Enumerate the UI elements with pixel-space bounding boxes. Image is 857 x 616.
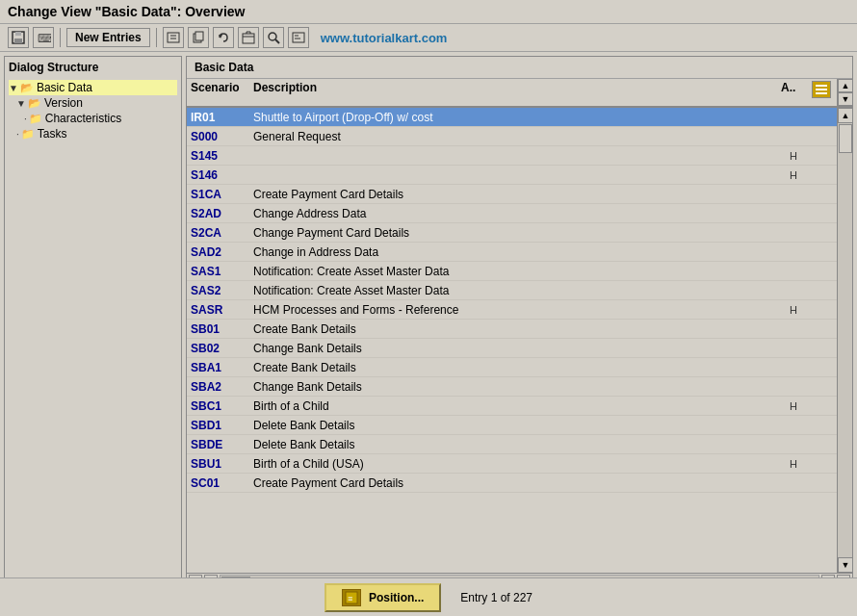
main-layout: Dialog Structure ▼ 📂 Basic Data ▼ 📂 Vers… xyxy=(0,52,857,593)
table-row[interactable]: SC01Create Payment Card Details xyxy=(187,474,837,493)
cell-scenario: SAS2 xyxy=(187,283,249,298)
new-entries-button[interactable]: New Entries xyxy=(66,28,150,47)
table-settings-icon[interactable] xyxy=(812,81,831,98)
cell-scenario: SBA1 xyxy=(187,360,249,375)
tree-item-version[interactable]: ▼ 📂 Version xyxy=(16,95,177,111)
table-row[interactable]: IR01Shuttle to Airport (Drop-Off) w/ cos… xyxy=(187,108,837,127)
folder-open-icon-version: 📂 xyxy=(28,97,41,110)
cell-a xyxy=(779,232,808,234)
bottom-bar: ≡ Position... Entry 1 of 227 xyxy=(0,578,857,616)
scroll-thumb[interactable] xyxy=(839,124,852,153)
cell-a: H xyxy=(779,168,808,182)
col-header-description: Description xyxy=(249,79,777,106)
cell-description: Change Address Data xyxy=(249,206,779,221)
save-icon[interactable] xyxy=(8,27,29,48)
shortcut-icon[interactable]: ⌨ xyxy=(33,27,54,48)
undo-icon[interactable] xyxy=(213,27,234,48)
tree-arrow-basic-data: ▼ xyxy=(9,83,18,93)
cell-description: Delete Bank Details xyxy=(249,418,779,433)
cell-scenario: S2CA xyxy=(187,225,249,241)
cell-scenario: SBDE xyxy=(187,437,249,452)
tree-label-characteristics: Characteristics xyxy=(45,112,121,125)
cell-a xyxy=(779,367,808,369)
scroll-down-arrow[interactable]: ▼ xyxy=(838,92,852,106)
vertical-scrollbar[interactable]: ▲ ▼ xyxy=(837,108,852,573)
cell-description: Change Bank Details xyxy=(249,379,779,395)
table-row[interactable]: S2CAChange Payment Card Details xyxy=(187,223,837,243)
table-row[interactable]: SBA2Change Bank Details xyxy=(187,377,837,397)
cell-description: Notification: Create Asset Master Data xyxy=(249,283,779,298)
detail-icon[interactable] xyxy=(163,27,184,48)
cell-description: Notification: Create Asset Master Data xyxy=(249,264,779,279)
scroll-down-btn[interactable]: ▼ xyxy=(838,557,852,573)
cell-scenario: SC01 xyxy=(187,475,249,491)
table-header: Scenario Description A.. xyxy=(187,79,806,106)
svg-rect-8 xyxy=(195,32,203,40)
svg-text:⌨: ⌨ xyxy=(38,32,51,45)
table-row[interactable]: S2ADChange Address Data xyxy=(187,204,837,223)
svg-rect-20 xyxy=(816,85,827,87)
table-content[interactable]: IR01Shuttle to Airport (Drop-Off) w/ cos… xyxy=(187,108,837,573)
find-icon[interactable] xyxy=(263,27,284,48)
col-header-a: A.. xyxy=(777,79,806,106)
tree-label-basic-data: Basic Data xyxy=(37,81,92,94)
cell-description: HCM Processes and Forms - Reference xyxy=(249,302,779,318)
table-row[interactable]: SBU1Birth of a Child (USA)H xyxy=(187,454,837,474)
cell-a xyxy=(779,290,808,292)
cell-description: Change in Address Data xyxy=(249,244,779,260)
find-more-icon[interactable] xyxy=(288,27,309,48)
table-corner xyxy=(806,79,837,106)
table-row[interactable]: SAS2Notification: Create Asset Master Da… xyxy=(187,281,837,300)
svg-rect-1 xyxy=(15,32,21,36)
cell-scenario: S2AD xyxy=(187,206,249,221)
table-row[interactable]: SAD2Change in Address Data xyxy=(187,243,837,262)
position-button[interactable]: ≡ Position... xyxy=(325,583,441,612)
scroll-up-arrow[interactable]: ▲ xyxy=(838,79,852,92)
col-header-scenario: Scenario xyxy=(187,79,249,106)
table-scroll-arrows: ▲ ▼ xyxy=(837,79,852,106)
dialog-structure-title: Dialog Structure xyxy=(9,61,177,74)
toolbar-sep-2 xyxy=(156,28,157,47)
tree-bullet-tasks: · xyxy=(16,129,19,140)
table-row[interactable]: S1CACreate Payment Card Details xyxy=(187,185,837,204)
cell-a xyxy=(779,251,808,253)
table-row[interactable]: SBD1Delete Bank Details xyxy=(187,416,837,435)
copy-icon[interactable] xyxy=(188,27,209,48)
table-row[interactable]: SBC1Birth of a ChildH xyxy=(187,397,837,416)
table-row[interactable]: SASRHCM Processes and Forms - ReferenceH xyxy=(187,300,837,320)
cell-description: General Request xyxy=(249,129,779,144)
position-icon: ≡ xyxy=(342,589,361,606)
table-row[interactable]: SBA1Create Bank Details xyxy=(187,358,837,377)
cell-description: Birth of a Child xyxy=(249,398,779,414)
svg-rect-10 xyxy=(243,34,254,43)
scroll-track[interactable] xyxy=(838,123,852,557)
table-row[interactable]: SBDEDelete Bank Details xyxy=(187,435,837,454)
cell-description: Shuttle to Airport (Drop-Off) w/ cost xyxy=(249,110,779,125)
table-row[interactable]: S146H xyxy=(187,166,837,185)
cell-description xyxy=(249,174,779,176)
cell-description: Create Payment Card Details xyxy=(249,187,779,202)
delete-icon[interactable] xyxy=(238,27,259,48)
cell-scenario: SBA2 xyxy=(187,379,249,395)
toolbar: ⌨ New Entries www.tutorialkart.com xyxy=(0,24,857,52)
svg-rect-2 xyxy=(14,38,22,43)
cell-description: Create Payment Card Details xyxy=(249,475,779,491)
cell-a xyxy=(779,347,808,349)
svg-rect-4 xyxy=(168,33,179,42)
table-row[interactable]: S145H xyxy=(187,146,837,166)
page-title: Change View "Basic Data": Overview xyxy=(8,4,245,19)
scroll-up-btn[interactable]: ▲ xyxy=(838,108,852,123)
table-row[interactable]: S000General Request xyxy=(187,127,837,146)
table-row[interactable]: SB02Change Bank Details xyxy=(187,339,837,358)
tree-item-characteristics[interactable]: · 📁 Characteristics xyxy=(24,111,177,126)
right-panel-title: Basic Data xyxy=(187,57,852,79)
table-row[interactable]: SAS1Notification: Create Asset Master Da… xyxy=(187,262,837,281)
title-bar: Change View "Basic Data": Overview xyxy=(0,0,857,24)
table-row[interactable]: SB01Create Bank Details xyxy=(187,320,837,339)
cell-scenario: SBU1 xyxy=(187,456,249,472)
tree-item-basic-data[interactable]: ▼ 📂 Basic Data xyxy=(9,80,177,95)
cell-scenario: S145 xyxy=(187,148,249,164)
cell-a xyxy=(779,386,808,388)
table-scroll-area: IR01Shuttle to Airport (Drop-Off) w/ cos… xyxy=(187,108,852,573)
tree-item-tasks[interactable]: · 📁 Tasks xyxy=(16,126,177,141)
